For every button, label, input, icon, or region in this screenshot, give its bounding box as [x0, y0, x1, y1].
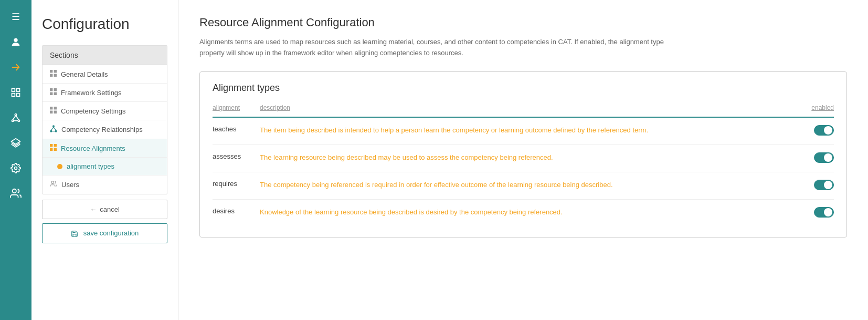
cell-alignment-0: teaches — [213, 117, 260, 145]
dot-icon — [57, 164, 62, 169]
settings-icon[interactable] — [4, 157, 27, 180]
section-title: Resource Alignment Configuration — [199, 16, 847, 29]
table-row: desiresKnowledge of the learning resourc… — [213, 199, 834, 226]
svg-line-30 — [54, 127, 56, 130]
svg-rect-22 — [50, 107, 52, 109]
main-container: Configuration Sections General Details — [31, 0, 868, 320]
nav-competency-relationships[interactable]: Competency Relationships — [43, 120, 167, 139]
svg-line-9 — [16, 116, 19, 120]
list-icon[interactable] — [4, 81, 27, 104]
svg-point-0 — [14, 38, 17, 42]
grid-icon-2 — [50, 88, 57, 97]
toggle-switch-0[interactable] — [814, 125, 834, 136]
toggle-1[interactable] — [814, 152, 834, 163]
svg-point-26 — [53, 126, 55, 127]
svg-point-7 — [18, 120, 19, 121]
menu-icon[interactable]: ☰ — [4, 5, 27, 28]
nav-resource-alignments[interactable]: Resource Alignments — [43, 139, 167, 158]
network-icon-nav — [50, 125, 57, 134]
svg-rect-1 — [12, 89, 15, 92]
nav-framework-settings-label: Framework Settings — [61, 89, 122, 97]
svg-point-5 — [15, 114, 16, 116]
cell-description-2: The competency being referenced is requi… — [260, 172, 802, 199]
users-nav-icon — [50, 180, 57, 189]
network-icon[interactable] — [4, 106, 27, 129]
left-panel: Configuration Sections General Details — [31, 0, 178, 320]
svg-rect-16 — [50, 74, 52, 77]
svg-line-29 — [51, 127, 54, 130]
svg-rect-3 — [12, 94, 15, 97]
sidebar: ☰ — [0, 0, 31, 320]
svg-rect-34 — [50, 148, 52, 151]
grid-icon-1 — [50, 70, 57, 78]
svg-point-6 — [12, 120, 14, 121]
nav-general-details[interactable]: General Details — [43, 65, 167, 84]
svg-rect-4 — [17, 94, 20, 97]
cancel-button[interactable]: ← cancel — [42, 200, 167, 219]
grid-icon-3 — [50, 107, 57, 115]
svg-point-13 — [13, 189, 16, 193]
table-row: assessesThe learning resource being desc… — [213, 144, 834, 172]
toggle-0[interactable] — [814, 125, 834, 136]
arrow-icon[interactable] — [4, 56, 27, 79]
svg-rect-25 — [54, 111, 57, 113]
svg-point-36 — [51, 181, 54, 184]
svg-point-27 — [50, 130, 52, 132]
nav-competency-relationships-label: Competency Relationships — [61, 126, 143, 133]
svg-rect-23 — [54, 107, 57, 109]
toggle-switch-3[interactable] — [814, 207, 834, 218]
save-button[interactable]: save configuration — [42, 223, 167, 243]
cell-alignment-2: requires — [213, 172, 260, 199]
alignment-types-box: Alignment types alignment description en… — [199, 71, 847, 238]
col-header-enabled: enabled — [802, 104, 834, 117]
alignment-types-title: Alignment types — [213, 82, 834, 94]
svg-rect-32 — [50, 144, 52, 147]
section-description: Alignments terms are used to map resourc… — [199, 37, 672, 59]
right-panel: Resource Alignment Configuration Alignme… — [178, 0, 868, 320]
cell-enabled-3 — [802, 199, 834, 226]
table-row: requiresThe competency being referenced … — [213, 172, 834, 199]
svg-rect-19 — [54, 88, 57, 91]
svg-rect-15 — [54, 70, 57, 73]
nav-framework-settings[interactable]: Framework Settings — [43, 84, 167, 102]
cell-enabled-1 — [802, 144, 834, 172]
svg-rect-20 — [50, 92, 52, 95]
nav-resource-alignments-label: Resource Alignments — [61, 144, 125, 152]
cell-description-0: The item being described is intended to … — [260, 117, 802, 145]
user-icon[interactable] — [4, 30, 27, 54]
nav-users[interactable]: Users — [43, 176, 167, 194]
svg-rect-14 — [50, 70, 52, 73]
table-row: teachesThe item being described is inten… — [213, 117, 834, 145]
arrow-left-icon: ← — [90, 205, 97, 213]
svg-rect-33 — [54, 144, 57, 147]
save-label: save configuration — [83, 229, 139, 237]
nav-general-details-label: General Details — [61, 70, 108, 78]
layers-icon[interactable] — [4, 131, 27, 154]
cell-alignment-3: desires — [213, 199, 260, 226]
col-header-alignment: alignment — [213, 104, 260, 117]
cell-enabled-0 — [802, 117, 834, 145]
toggle-switch-2[interactable] — [814, 180, 834, 190]
sections-panel: Sections General Details Fram — [42, 45, 167, 194]
page-title: Configuration — [42, 16, 167, 33]
orange-grid-icon — [50, 144, 57, 152]
users-icon[interactable] — [4, 182, 27, 205]
cell-alignment-1: assesses — [213, 144, 260, 172]
svg-rect-17 — [54, 74, 57, 77]
sections-header: Sections — [43, 46, 167, 65]
svg-rect-21 — [54, 92, 57, 95]
nav-alignment-types[interactable]: alignment types — [43, 158, 167, 176]
col-header-description: description — [260, 104, 802, 117]
toggle-2[interactable] — [814, 180, 834, 190]
toggle-3[interactable] — [814, 207, 834, 218]
svg-rect-35 — [54, 148, 57, 151]
nav-competency-settings[interactable]: Competency Settings — [43, 102, 167, 120]
svg-rect-24 — [50, 111, 52, 113]
save-icon — [71, 229, 80, 238]
toggle-switch-1[interactable] — [814, 152, 834, 163]
cell-enabled-2 — [802, 172, 834, 199]
svg-rect-2 — [17, 89, 20, 92]
cell-description-3: Knowledge of the learning resource being… — [260, 199, 802, 226]
cell-description-1: The learning resource being described ma… — [260, 144, 802, 172]
svg-point-12 — [15, 167, 17, 170]
